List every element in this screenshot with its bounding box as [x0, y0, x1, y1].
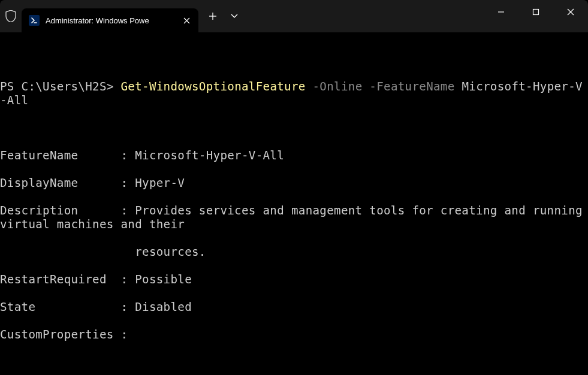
output-restart: RestartRequired : Possible [0, 273, 588, 286]
window-controls [484, 0, 588, 24]
maximize-button[interactable] [518, 0, 553, 24]
titlebar: Administrator: Windows Powe [0, 0, 588, 32]
tab-title: Administrator: Windows Powe [46, 16, 174, 25]
terminal-content: PS C:\Users\H2S> Get-WindowsOptionalFeat… [0, 46, 588, 375]
output-displayname: DisplayName : Hyper-V [0, 176, 588, 190]
output-description: Description : Provides services and mana… [0, 204, 588, 231]
new-tab-button[interactable] [202, 5, 224, 27]
powershell-icon [29, 15, 40, 26]
minimize-button[interactable] [484, 0, 518, 24]
output-description-cont: resources. [0, 245, 588, 259]
param-online: -Online [313, 80, 363, 93]
output-featurename: FeatureName : Microsoft-Hyper-V-All [0, 149, 588, 162]
tab-dropdown-button[interactable] [224, 5, 245, 27]
output-state: State : Disabled [0, 300, 588, 314]
terminal-output[interactable]: PS C:\Users\H2S> Get-WindowsOptionalFeat… [0, 32, 588, 375]
cmdlet: Get-WindowsOptionalFeature [121, 80, 306, 93]
prompt: PS C:\Users\H2S> [0, 80, 114, 93]
svg-rect-6 [533, 10, 539, 15]
close-tab-button[interactable] [180, 14, 192, 26]
admin-shield-icon [0, 0, 22, 32]
param-featurename: -FeatureName [369, 80, 454, 93]
close-window-button[interactable] [553, 0, 588, 24]
output-customprops: CustomProperties : [0, 328, 588, 341]
tab-active[interactable]: Administrator: Windows Powe [22, 8, 198, 32]
